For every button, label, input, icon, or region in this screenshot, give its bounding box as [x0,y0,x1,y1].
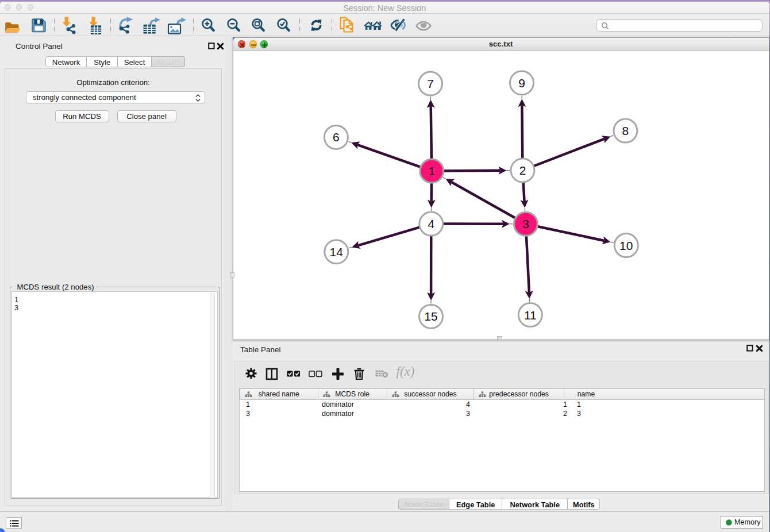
svg-text:9: 9 [518,76,525,90]
svg-text:11: 11 [523,309,536,322]
svg-text:7: 7 [427,77,434,90]
svg-text:6: 6 [333,131,340,144]
svg-text:3: 3 [522,218,529,231]
svg-text:14: 14 [329,245,343,259]
svg-text:15: 15 [424,310,437,323]
svg-text:10: 10 [619,239,633,252]
svg-text:4: 4 [428,217,434,230]
svg-text:1: 1 [428,164,435,178]
svg-text:8: 8 [622,124,629,137]
svg-text:2: 2 [519,164,526,177]
